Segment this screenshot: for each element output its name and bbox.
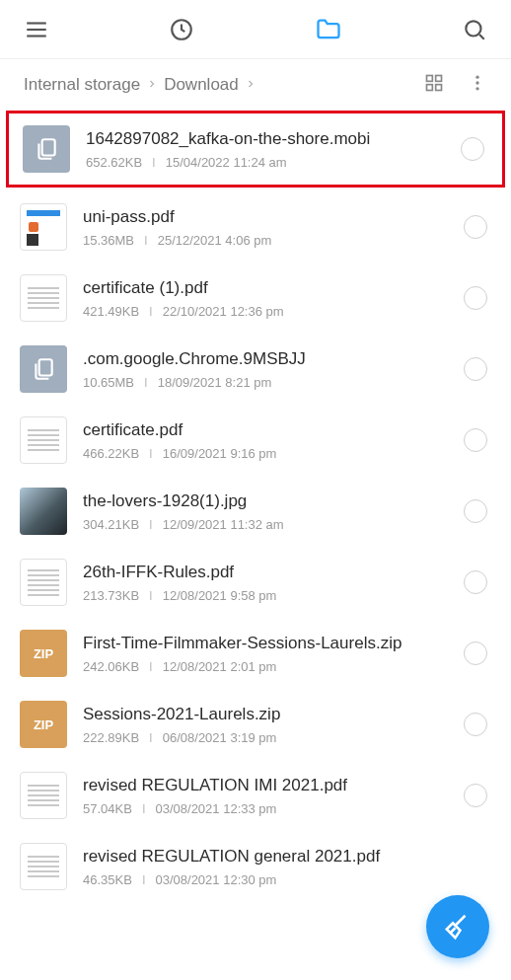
file-info: 1642897082_kafka-on-the-shore.mobi 652.6… [86, 129, 445, 170]
more-icon[interactable] [468, 73, 487, 97]
file-row[interactable]: revised REGULATION general 2021.pdf 46.3… [0, 831, 511, 902]
meta-separator: I [149, 588, 153, 603]
file-info: the-lovers-1928(1).jpg 304.21KB I 12/09/… [83, 491, 448, 532]
file-row[interactable]: certificate (1).pdf 421.49KB I 22/10/202… [0, 263, 511, 334]
file-size: 57.04KB [83, 801, 132, 816]
file-row[interactable]: 1642897082_kafka-on-the-shore.mobi 652.6… [6, 111, 505, 188]
file-meta: 57.04KB I 03/08/2021 12:33 pm [83, 801, 448, 816]
breadcrumb-current[interactable]: Download [164, 75, 239, 95]
file-name: 26th-IFFK-Rules.pdf [83, 563, 448, 582]
select-radio[interactable] [464, 784, 487, 807]
file-info: uni-pass.pdf 15.36MB I 25/12/2021 4:06 p… [83, 207, 448, 248]
file-pdf-thumbnail [20, 203, 67, 251]
meta-separator: I [149, 446, 153, 461]
file-row[interactable]: the-lovers-1928(1).jpg 304.21KB I 12/09/… [0, 476, 511, 547]
file-zip-icon: ZIP [20, 701, 67, 748]
select-radio[interactable] [464, 499, 487, 523]
breadcrumb-row: Internal storage Download [0, 59, 511, 107]
file-name: .com.google.Chrome.9MSBJJ [83, 349, 448, 369]
select-radio[interactable] [464, 428, 487, 452]
file-row[interactable]: .com.google.Chrome.9MSBJJ 10.65MB I 18/0… [0, 334, 511, 405]
file-size: 652.62KB [86, 155, 142, 170]
svg-rect-13 [42, 139, 55, 155]
svg-rect-14 [39, 359, 52, 375]
file-name: certificate (1).pdf [83, 278, 448, 298]
file-image-thumbnail [20, 488, 67, 535]
file-zip-icon: ZIP [20, 630, 67, 677]
file-info: Sessions-2021-Laurels.zip 222.89KB I 06/… [83, 705, 448, 745]
file-size: 242.06KB [83, 659, 139, 674]
svg-point-12 [475, 87, 478, 90]
file-info: certificate.pdf 466.22KB I 16/09/2021 9:… [83, 420, 448, 461]
svg-rect-7 [436, 76, 442, 82]
file-date: 06/08/2021 3:19 pm [163, 730, 277, 745]
svg-line-5 [479, 35, 484, 39]
file-name: 1642897082_kafka-on-the-shore.mobi [86, 129, 445, 149]
file-meta: 213.73KB I 12/08/2021 9:58 pm [83, 588, 448, 603]
file-row[interactable]: ZIP First-Time-Filmmaker-Sessions-Laurel… [0, 618, 511, 689]
folder-icon[interactable] [315, 16, 342, 43]
file-size: 46.35KB [83, 872, 132, 887]
select-radio[interactable] [464, 570, 487, 594]
file-date: 16/09/2021 9:16 pm [163, 446, 277, 461]
file-row[interactable]: 26th-IFFK-Rules.pdf 213.73KB I 12/08/202… [0, 547, 511, 618]
file-date: 22/10/2021 12:36 pm [163, 304, 284, 319]
chevron-right-icon [146, 76, 158, 94]
file-meta: 46.35KB I 03/08/2021 12:30 pm [83, 872, 487, 887]
file-meta: 10.65MB I 18/09/2021 8:21 pm [83, 375, 448, 390]
file-date: 12/08/2021 9:58 pm [163, 588, 277, 603]
file-meta: 222.89KB I 06/08/2021 3:19 pm [83, 730, 448, 745]
meta-separator: I [142, 801, 146, 816]
meta-separator: I [149, 304, 153, 319]
file-info: 26th-IFFK-Rules.pdf 213.73KB I 12/08/202… [83, 563, 448, 603]
file-pdf-thumbnail [20, 772, 67, 819]
file-size: 421.49KB [83, 304, 139, 319]
breadcrumb-root[interactable]: Internal storage [24, 75, 140, 95]
file-row[interactable]: ZIP Sessions-2021-Laurels.zip 222.89KB I… [0, 689, 511, 760]
svg-rect-6 [427, 76, 433, 82]
grid-view-icon[interactable] [424, 73, 444, 97]
select-radio[interactable] [464, 641, 487, 665]
file-pdf-thumbnail [20, 559, 67, 606]
file-info: .com.google.Chrome.9MSBJJ 10.65MB I 18/0… [83, 349, 448, 390]
recent-icon[interactable] [169, 17, 194, 42]
file-meta: 304.21KB I 12/09/2021 11:32 am [83, 517, 448, 532]
file-date: 03/08/2021 12:33 pm [156, 801, 277, 816]
file-name: revised REGULATION general 2021.pdf [83, 847, 487, 867]
svg-line-15 [451, 928, 456, 933]
file-row[interactable]: certificate.pdf 466.22KB I 16/09/2021 9:… [0, 405, 511, 476]
file-date: 12/09/2021 11:32 am [163, 517, 284, 532]
file-list: 1642897082_kafka-on-the-shore.mobi 652.6… [0, 111, 511, 902]
file-info: revised REGULATION general 2021.pdf 46.3… [83, 847, 487, 887]
file-date: 25/12/2021 4:06 pm [158, 233, 272, 248]
file-pdf-thumbnail [20, 274, 67, 322]
file-size: 222.89KB [83, 730, 139, 745]
file-generic-icon [23, 125, 70, 173]
file-meta: 421.49KB I 22/10/2021 12:36 pm [83, 304, 448, 319]
file-size: 466.22KB [83, 446, 139, 461]
file-name: uni-pass.pdf [83, 207, 448, 227]
meta-separator: I [149, 517, 153, 532]
breadcrumb[interactable]: Internal storage Download [24, 75, 256, 95]
clean-fab[interactable] [426, 895, 489, 958]
top-toolbar [0, 0, 511, 59]
menu-icon[interactable] [24, 17, 49, 42]
meta-separator: I [152, 155, 156, 170]
select-radio[interactable] [461, 137, 484, 161]
file-meta: 15.36MB I 25/12/2021 4:06 pm [83, 233, 448, 248]
file-row[interactable]: uni-pass.pdf 15.36MB I 25/12/2021 4:06 p… [0, 191, 511, 263]
select-radio[interactable] [464, 357, 487, 381]
select-radio[interactable] [464, 713, 487, 736]
meta-separator: I [149, 730, 153, 745]
file-size: 10.65MB [83, 375, 134, 390]
file-row[interactable]: revised REGULATION IMI 2021.pdf 57.04KB … [0, 760, 511, 831]
file-date: 12/08/2021 2:01 pm [163, 659, 277, 674]
chevron-right-icon [245, 76, 256, 94]
search-icon[interactable] [462, 17, 487, 42]
select-radio[interactable] [464, 286, 487, 310]
file-meta: 242.06KB I 12/08/2021 2:01 pm [83, 659, 448, 674]
file-date: 18/09/2021 8:21 pm [158, 375, 272, 390]
file-generic-icon [20, 345, 67, 393]
file-info: First-Time-Filmmaker-Sessions-Laurels.zi… [83, 634, 448, 674]
select-radio[interactable] [464, 215, 487, 239]
